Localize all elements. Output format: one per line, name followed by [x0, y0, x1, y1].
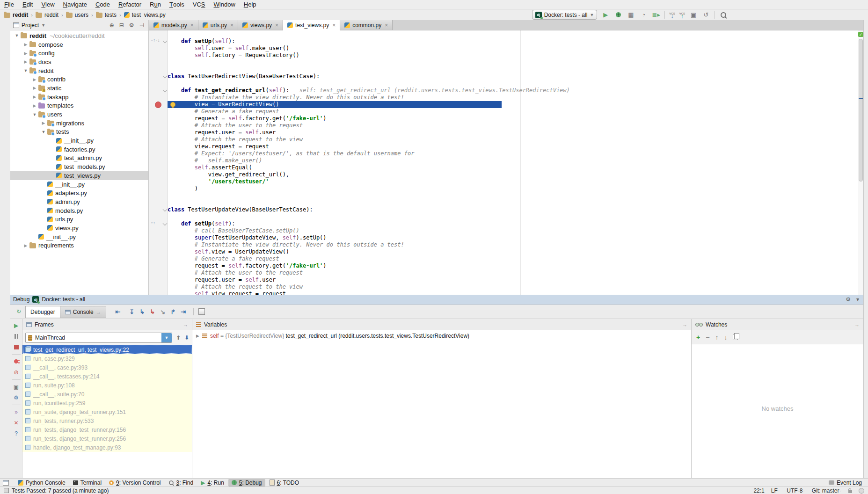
tree-item-static[interactable]: ▶static: [10, 84, 148, 93]
tool-stripe-button[interactable]: 7: Structure: [0, 65, 10, 97]
caret-position[interactable]: 22:1: [753, 487, 764, 494]
tree-item-reddit[interactable]: ▼reddit~/cookiecutter/reddit: [10, 31, 148, 40]
tool-window-button-5-debug[interactable]: 5: Debug: [228, 479, 265, 487]
run-task-button[interactable]: ≣▸: [652, 11, 660, 19]
tree-expand-arrow[interactable]: ▼: [40, 130, 47, 134]
intention-bulb-icon[interactable]: [170, 102, 175, 107]
tree-expand-arrow[interactable]: ▶: [22, 59, 29, 64]
tree-expand-arrow[interactable]: ▶: [22, 42, 29, 47]
settings-gear-icon[interactable]: ⚙: [13, 394, 20, 401]
breadcrumb-item[interactable]: test_views.py: [124, 12, 166, 18]
recent-changes-button[interactable]: ▣: [689, 11, 698, 19]
tree-item--init-py[interactable]: __init__.py: [10, 136, 148, 145]
fold-marker[interactable]: [163, 221, 168, 226]
run-to-cursor-button[interactable]: ⇥: [178, 308, 189, 315]
tree-item-adapters-py[interactable]: adapters.py: [10, 189, 148, 197]
tree-expand-arrow[interactable]: ▶: [22, 51, 29, 56]
close-icon[interactable]: ×: [331, 22, 336, 29]
tool-window-button-python-console[interactable]: Python Console: [15, 479, 69, 487]
vcs-commit-button[interactable]: VCS↑: [679, 12, 685, 18]
tree-item-reddit[interactable]: ▼reddit: [10, 66, 148, 75]
pause-button[interactable]: [13, 333, 20, 340]
frame-row[interactable]: run_tests, runner.py:533: [22, 416, 192, 425]
override-marker-icon[interactable]: ◦↑◦↓: [151, 38, 160, 43]
debug-tab-debugger[interactable]: Debugger: [25, 306, 60, 318]
close-icon[interactable]: ×: [229, 22, 233, 29]
window-menu-icon[interactable]: [3, 480, 9, 486]
tree-item-tests[interactable]: ▼tests: [10, 128, 148, 137]
menu-item-edit[interactable]: Edit: [18, 0, 37, 9]
tree-item-compose[interactable]: ▶compose: [10, 40, 148, 49]
tree-item-models-py[interactable]: models.py: [10, 206, 148, 215]
tree-expand-arrow[interactable]: ▶: [31, 77, 38, 82]
tree-item-docs[interactable]: ▶docs: [10, 58, 148, 66]
tool-stripe-button[interactable]: 1: Project: [0, 30, 10, 63]
fold-marker[interactable]: [163, 74, 168, 79]
stop-button[interactable]: [13, 343, 20, 351]
show-execution-point-button[interactable]: ⇤: [113, 308, 123, 315]
close-icon[interactable]: ✕: [13, 419, 20, 427]
variable-row[interactable]: ▶ self = {TestUserRedirectView} test_get…: [192, 330, 691, 339]
panel-divider[interactable]: [691, 319, 692, 478]
tree-item-contrib[interactable]: ▶contrib: [10, 75, 148, 84]
vcs-update-button[interactable]: VCS↓: [669, 12, 675, 18]
force-step-into-button[interactable]: ↳: [147, 308, 158, 315]
menu-item-navigate[interactable]: Navigate: [59, 0, 91, 9]
breadcrumb-item[interactable]: reddit: [4, 12, 28, 18]
chevron-down-icon[interactable]: ▼: [41, 23, 45, 28]
tree-item-test-models-py[interactable]: test_models.py: [10, 162, 148, 171]
editor-scrollbar[interactable]: ✓: [858, 30, 863, 295]
tool-window-button-6-todo[interactable]: 6: TODO: [266, 479, 303, 487]
menu-item-window[interactable]: Window: [210, 0, 240, 9]
run-button[interactable]: ▶: [601, 11, 610, 19]
frame-row[interactable]: run_tests, django_test_runner.py:256: [22, 434, 192, 443]
search-everywhere-button[interactable]: [719, 11, 728, 19]
frame-row[interactable]: run, case.py:329: [22, 354, 192, 363]
menu-item-run[interactable]: Run: [146, 0, 165, 9]
editor-gutter[interactable]: ◦↑◦↓◦↑: [149, 30, 168, 295]
tab-urls-py[interactable]: urls.py×: [198, 20, 238, 30]
tree-item-factories-py[interactable]: factories.py: [10, 145, 148, 154]
tree-expand-arrow[interactable]: ▼: [22, 68, 29, 73]
menu-item-help[interactable]: Help: [240, 0, 261, 9]
debug-button[interactable]: [614, 11, 622, 19]
frame-row[interactable]: __call__, testcases.py:214: [22, 372, 192, 381]
tree-item--init-py[interactable]: __init__.py: [10, 232, 148, 241]
tree-expand-arrow[interactable]: ▶: [40, 121, 47, 125]
rollback-button[interactable]: ↺: [702, 11, 710, 19]
collapse-all-button[interactable]: ⊟: [118, 22, 125, 29]
tab-test_views-py[interactable]: test_views.py×: [283, 20, 340, 30]
thread-select[interactable]: MainThread ▼: [25, 333, 172, 343]
frame-row[interactable]: run_tests, django_test_runner.py:156: [22, 425, 192, 434]
menu-item-vcs[interactable]: VCS: [189, 0, 210, 9]
fold-marker[interactable]: [163, 207, 168, 212]
encoding-indicator[interactable]: UTF-8÷: [787, 487, 805, 494]
tree-item-users[interactable]: ▼users: [10, 110, 148, 119]
remove-watch-button[interactable]: −: [706, 334, 709, 341]
close-icon[interactable]: ×: [190, 22, 194, 29]
tree-item-config[interactable]: ▶config: [10, 49, 148, 58]
step-into-my-code-button[interactable]: ↘: [158, 308, 168, 315]
tree-expand-arrow[interactable]: ▶: [22, 243, 29, 248]
tree-item-taskapp[interactable]: ▶taskapp: [10, 93, 148, 102]
tree-item-migrations[interactable]: ▶migrations: [10, 119, 148, 128]
frame-row[interactable]: __call__, case.py:393: [22, 363, 192, 372]
close-icon[interactable]: ×: [274, 22, 278, 29]
debug-tab-console[interactable]: Console→: [60, 306, 106, 318]
panel-divider[interactable]: [192, 319, 192, 478]
breakpoint-icon[interactable]: [155, 102, 161, 108]
tool-window-button-event-log[interactable]: Event Log: [825, 479, 865, 487]
hide-window-button[interactable]: ▾: [855, 296, 861, 303]
locate-file-button[interactable]: ⊕: [108, 22, 116, 29]
tree-expand-arrow[interactable]: ▶: [31, 103, 38, 108]
lock-icon[interactable]: [848, 490, 852, 493]
tree-item--init-py[interactable]: __init__.py: [10, 180, 148, 189]
rerun-button[interactable]: ↻: [15, 308, 22, 315]
move-watch-up-button[interactable]: ↑: [715, 334, 718, 341]
menu-item-code[interactable]: Code: [91, 0, 114, 9]
scrollbar-thumb[interactable]: [859, 39, 863, 182]
add-watch-button[interactable]: +: [696, 334, 700, 341]
project-tree[interactable]: ▼reddit~/cookiecutter/reddit▶compose▶con…: [10, 30, 149, 295]
hector-inspection-icon[interactable]: [859, 488, 864, 494]
frame-row[interactable]: run, suite.py:108: [22, 381, 192, 390]
